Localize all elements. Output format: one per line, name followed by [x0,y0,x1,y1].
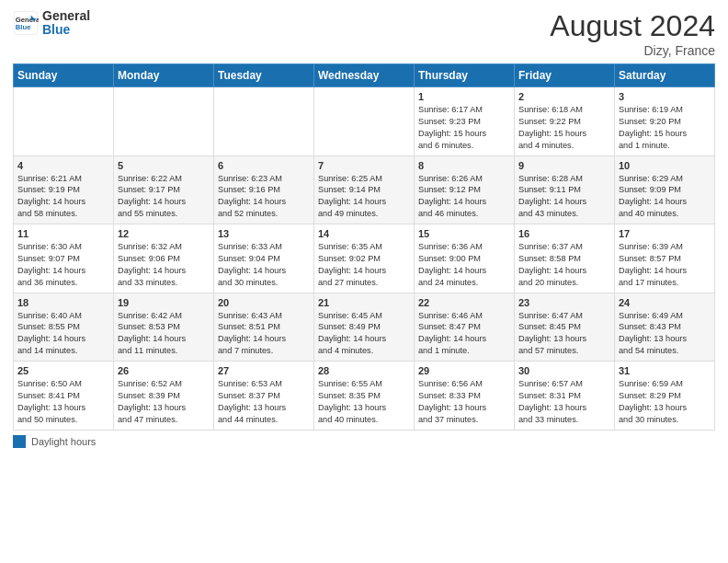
day-number: 29 [418,365,510,376]
day-info: Sunrise: 6:45 AM Sunset: 8:49 PM Dayligh… [318,310,410,358]
day-info: Sunrise: 6:30 AM Sunset: 9:07 PM Dayligh… [17,241,109,289]
day-info: Sunrise: 6:43 AM Sunset: 8:51 PM Dayligh… [218,310,310,358]
calendar-week-row: 25Sunrise: 6:50 AM Sunset: 8:41 PM Dayli… [14,362,715,431]
calendar-table: SundayMondayTuesdayWednesdayThursdayFrid… [13,63,715,431]
page-container: General Blue General Blue August 2024 Di… [0,0,728,457]
calendar-cell: 29Sunrise: 6:56 AM Sunset: 8:33 PM Dayli… [415,362,515,431]
calendar-cell: 7Sunrise: 6:25 AM Sunset: 9:14 PM Daylig… [314,155,415,224]
day-number: 27 [218,365,310,376]
legend: Daylight hours [13,435,715,448]
day-number: 22 [418,297,510,308]
calendar-cell: 6Sunrise: 6:23 AM Sunset: 9:16 PM Daylig… [214,155,314,224]
day-number: 14 [318,228,410,239]
calendar-cell: 14Sunrise: 6:35 AM Sunset: 9:02 PM Dayli… [314,224,415,293]
day-number: 11 [17,228,109,239]
day-info: Sunrise: 6:53 AM Sunset: 8:37 PM Dayligh… [218,378,310,426]
calendar-cell: 20Sunrise: 6:43 AM Sunset: 8:51 PM Dayli… [214,293,314,362]
calendar-cell: 13Sunrise: 6:33 AM Sunset: 9:04 PM Dayli… [214,224,314,293]
calendar-cell: 9Sunrise: 6:28 AM Sunset: 9:11 PM Daylig… [515,155,615,224]
calendar-cell: 3Sunrise: 6:19 AM Sunset: 9:20 PM Daylig… [615,87,715,156]
day-info: Sunrise: 6:36 AM Sunset: 9:00 PM Dayligh… [418,241,510,289]
calendar-week-row: 1Sunrise: 6:17 AM Sunset: 9:23 PM Daylig… [14,87,715,156]
day-number: 1 [418,91,510,102]
day-number: 2 [518,91,610,102]
day-number: 4 [17,160,109,171]
logo: General Blue General Blue [13,9,90,38]
day-info: Sunrise: 6:33 AM Sunset: 9:04 PM Dayligh… [218,241,310,289]
calendar-week-row: 18Sunrise: 6:40 AM Sunset: 8:55 PM Dayli… [14,293,715,362]
day-number: 8 [418,160,510,171]
day-number: 23 [518,297,610,308]
calendar-cell: 28Sunrise: 6:55 AM Sunset: 8:35 PM Dayli… [314,362,415,431]
col-header-sunday: Sunday [14,64,114,87]
day-info: Sunrise: 6:32 AM Sunset: 9:06 PM Dayligh… [118,241,210,289]
calendar-cell: 5Sunrise: 6:22 AM Sunset: 9:17 PM Daylig… [114,155,214,224]
calendar-cell: 15Sunrise: 6:36 AM Sunset: 9:00 PM Dayli… [415,224,515,293]
calendar-cell: 21Sunrise: 6:45 AM Sunset: 8:49 PM Dayli… [314,293,415,362]
header: General Blue General Blue August 2024 Di… [13,9,715,58]
day-info: Sunrise: 6:52 AM Sunset: 8:39 PM Dayligh… [118,378,210,426]
day-info: Sunrise: 6:46 AM Sunset: 8:47 PM Dayligh… [418,310,510,358]
day-info: Sunrise: 6:49 AM Sunset: 8:43 PM Dayligh… [619,310,711,358]
calendar-cell: 31Sunrise: 6:59 AM Sunset: 8:29 PM Dayli… [615,362,715,431]
day-number: 7 [318,160,410,171]
calendar-week-row: 11Sunrise: 6:30 AM Sunset: 9:07 PM Dayli… [14,224,715,293]
day-info: Sunrise: 6:40 AM Sunset: 8:55 PM Dayligh… [17,310,109,358]
calendar-cell: 4Sunrise: 6:21 AM Sunset: 9:19 PM Daylig… [14,155,114,224]
calendar-cell: 18Sunrise: 6:40 AM Sunset: 8:55 PM Dayli… [14,293,114,362]
day-info: Sunrise: 6:28 AM Sunset: 9:11 PM Dayligh… [518,173,610,221]
col-header-saturday: Saturday [615,64,715,87]
day-info: Sunrise: 6:47 AM Sunset: 8:45 PM Dayligh… [518,310,610,358]
day-number: 12 [118,228,210,239]
legend-label: Daylight hours [31,436,96,447]
title-block: August 2024 Dizy, France [550,9,715,58]
calendar-week-row: 4Sunrise: 6:21 AM Sunset: 9:19 PM Daylig… [14,155,715,224]
day-number: 13 [218,228,310,239]
month-title: August 2024 [550,9,715,43]
day-number: 21 [318,297,410,308]
day-info: Sunrise: 6:56 AM Sunset: 8:33 PM Dayligh… [418,378,510,426]
legend-color-box [13,435,26,448]
day-info: Sunrise: 6:35 AM Sunset: 9:02 PM Dayligh… [318,241,410,289]
calendar-cell: 10Sunrise: 6:29 AM Sunset: 9:09 PM Dayli… [615,155,715,224]
day-number: 17 [619,228,711,239]
day-number: 25 [17,365,109,376]
day-number: 9 [518,160,610,171]
calendar-cell [214,87,314,156]
calendar-cell: 17Sunrise: 6:39 AM Sunset: 8:57 PM Dayli… [615,224,715,293]
calendar-cell: 8Sunrise: 6:26 AM Sunset: 9:12 PM Daylig… [415,155,515,224]
day-number: 6 [218,160,310,171]
col-header-tuesday: Tuesday [214,64,314,87]
day-number: 19 [118,297,210,308]
day-number: 26 [118,365,210,376]
day-info: Sunrise: 6:39 AM Sunset: 8:57 PM Dayligh… [619,241,711,289]
calendar-cell: 27Sunrise: 6:53 AM Sunset: 8:37 PM Dayli… [214,362,314,431]
calendar-cell: 26Sunrise: 6:52 AM Sunset: 8:39 PM Dayli… [114,362,214,431]
day-number: 3 [619,91,711,102]
calendar-cell: 11Sunrise: 6:30 AM Sunset: 9:07 PM Dayli… [14,224,114,293]
day-info: Sunrise: 6:37 AM Sunset: 8:58 PM Dayligh… [518,241,610,289]
day-info: Sunrise: 6:59 AM Sunset: 8:29 PM Dayligh… [619,378,711,426]
svg-text:General: General [16,16,39,24]
day-info: Sunrise: 6:26 AM Sunset: 9:12 PM Dayligh… [418,173,510,221]
day-info: Sunrise: 6:22 AM Sunset: 9:17 PM Dayligh… [118,173,210,221]
day-number: 20 [218,297,310,308]
calendar-cell: 1Sunrise: 6:17 AM Sunset: 9:23 PM Daylig… [415,87,515,156]
logo-text: General Blue [42,9,90,38]
day-info: Sunrise: 6:55 AM Sunset: 8:35 PM Dayligh… [318,378,410,426]
location-subtitle: Dizy, France [550,43,715,58]
day-info: Sunrise: 6:18 AM Sunset: 9:22 PM Dayligh… [518,104,610,152]
day-info: Sunrise: 6:57 AM Sunset: 8:31 PM Dayligh… [518,378,610,426]
calendar-cell: 23Sunrise: 6:47 AM Sunset: 8:45 PM Dayli… [515,293,615,362]
day-number: 30 [518,365,610,376]
calendar-cell: 19Sunrise: 6:42 AM Sunset: 8:53 PM Dayli… [114,293,214,362]
col-header-thursday: Thursday [415,64,515,87]
day-number: 31 [619,365,711,376]
col-header-friday: Friday [515,64,615,87]
day-info: Sunrise: 6:23 AM Sunset: 9:16 PM Dayligh… [218,173,310,221]
day-number: 10 [619,160,711,171]
calendar-cell: 16Sunrise: 6:37 AM Sunset: 8:58 PM Dayli… [515,224,615,293]
col-header-wednesday: Wednesday [314,64,415,87]
calendar-cell: 24Sunrise: 6:49 AM Sunset: 8:43 PM Dayli… [615,293,715,362]
calendar-cell [314,87,415,156]
